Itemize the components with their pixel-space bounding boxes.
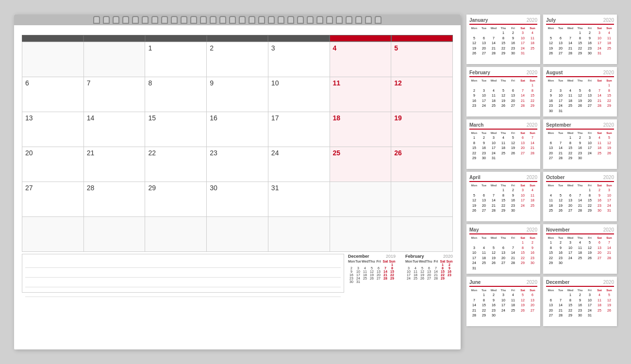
side-mini-december: December2020MonTueWedThuFriSatSun1234567… bbox=[543, 277, 617, 326]
cal-cell bbox=[84, 42, 146, 77]
side-panel: January2020MonTueWedThuFriSatSun12345678… bbox=[466, 15, 617, 326]
date-number: 20 bbox=[25, 149, 33, 157]
cal-cell: 21 bbox=[84, 147, 146, 182]
date-number: 10 bbox=[271, 79, 279, 87]
date-number: 2 bbox=[210, 44, 214, 52]
cal-cell: 27 bbox=[22, 182, 84, 217]
side-mini-july: July2020MonTueWedThuFriSatSun12345678910… bbox=[543, 15, 617, 64]
cal-cell: 14 bbox=[84, 112, 146, 147]
date-number: 14 bbox=[87, 114, 95, 122]
date-number: 21 bbox=[87, 149, 95, 157]
cal-cell: 29 bbox=[145, 182, 207, 217]
cal-cell bbox=[84, 217, 146, 252]
notes-box bbox=[22, 254, 344, 293]
cal-cell bbox=[391, 217, 453, 252]
cal-cell: 4 bbox=[330, 42, 392, 77]
cal-cell: 11 bbox=[330, 77, 392, 112]
date-number: 15 bbox=[148, 114, 156, 122]
date-number: 19 bbox=[394, 114, 402, 122]
cal-cell: 10 bbox=[268, 77, 330, 112]
date-number: 29 bbox=[148, 184, 156, 192]
date-number: 31 bbox=[271, 184, 279, 192]
cal-cell: 1 bbox=[145, 42, 207, 77]
side-mini-november: November2020MonTueWedThuFriSatSun1234567… bbox=[543, 224, 617, 274]
day-header-wed bbox=[145, 35, 207, 42]
side-mini-january: January2020MonTueWedThuFriSatSun12345678… bbox=[466, 15, 540, 64]
date-number: 17 bbox=[271, 114, 279, 122]
cal-cell: 19 bbox=[391, 112, 453, 147]
date-number: 5 bbox=[394, 44, 398, 52]
cal-cell: 7 bbox=[84, 77, 146, 112]
cal-cell: 20 bbox=[22, 147, 84, 182]
side-mini-february: February2020MonTueWedThuFriSatSun1234567… bbox=[466, 67, 540, 116]
date-number: 1 bbox=[148, 44, 152, 52]
date-number: 25 bbox=[333, 149, 341, 157]
cal-cell: 12 bbox=[391, 77, 453, 112]
side-mini-may: May2020MonTueWedThuFriSatSun123456789101… bbox=[466, 224, 540, 274]
cal-cell: 24 bbox=[268, 147, 330, 182]
day-header-sun bbox=[391, 35, 453, 42]
cal-cell: 16 bbox=[207, 112, 268, 147]
cal-cell bbox=[268, 217, 330, 252]
date-number: 3 bbox=[271, 44, 275, 52]
date-number: 30 bbox=[210, 184, 217, 192]
cal-cell bbox=[330, 182, 392, 217]
cal-cell bbox=[330, 217, 392, 252]
cal-cell: 25 bbox=[330, 147, 392, 182]
bottom-area: December2019MonTueWedThuFriSatSun1234567… bbox=[22, 254, 453, 293]
date-number: 26 bbox=[394, 149, 402, 157]
cal-cell bbox=[207, 217, 268, 252]
cal-cell: 5 bbox=[391, 42, 453, 77]
date-number: 12 bbox=[394, 79, 402, 87]
day-header-thu bbox=[207, 35, 268, 42]
outer-wrapper: 1234567891011121314151617181920212223242… bbox=[4, 5, 627, 359]
side-mini-march: March2020MonTueWedThuFriSatSun1234567891… bbox=[466, 119, 540, 169]
date-number: 23 bbox=[210, 149, 217, 157]
side-mini-june: June2020MonTueWedThuFriSatSun12345678910… bbox=[466, 277, 540, 326]
cal-cell: 15 bbox=[145, 112, 207, 147]
cal-cell: 26 bbox=[391, 147, 453, 182]
date-number: 4 bbox=[333, 44, 337, 52]
cal-cell: 13 bbox=[22, 112, 84, 147]
cal-cell: 2 bbox=[207, 42, 268, 77]
date-number: 9 bbox=[210, 79, 214, 87]
day-headers bbox=[22, 35, 453, 42]
date-number: 24 bbox=[271, 149, 279, 157]
cal-cell: 6 bbox=[22, 77, 84, 112]
date-number: 8 bbox=[148, 79, 152, 87]
cal-cell bbox=[145, 217, 207, 252]
cal-cell: 17 bbox=[268, 112, 330, 147]
cal-cell: 3 bbox=[268, 42, 330, 77]
date-number: 11 bbox=[333, 79, 341, 87]
main-calendar: 1234567891011121314151617181920212223242… bbox=[14, 15, 461, 349]
calendar-grid: 1234567891011121314151617181920212223242… bbox=[22, 42, 453, 252]
calendar-header bbox=[14, 25, 461, 35]
date-number: 13 bbox=[25, 114, 33, 122]
cal-cell bbox=[22, 42, 84, 77]
cal-cell: 8 bbox=[145, 77, 207, 112]
cal-cell: 30 bbox=[207, 182, 268, 217]
day-header-fri bbox=[268, 35, 330, 42]
cal-cell bbox=[391, 182, 453, 217]
side-mini-april: April2020MonTueWedThuFriSatSun1234567891… bbox=[466, 172, 540, 221]
side-mini-august: August2020MonTueWedThuFriSatSun123456789… bbox=[543, 67, 617, 116]
cal-cell: 28 bbox=[84, 182, 146, 217]
cal-cell: 18 bbox=[330, 112, 392, 147]
day-header-tue bbox=[83, 35, 145, 42]
mini-cal-december: December2019MonTueWedThuFriSatSun1234567… bbox=[348, 254, 396, 283]
date-number: 18 bbox=[333, 114, 341, 122]
spiral-binding bbox=[14, 15, 461, 25]
side-mini-october: October2020MonTueWedThuFriSatSun12345678… bbox=[543, 172, 617, 221]
cal-cell: 23 bbox=[207, 147, 268, 182]
mini-cal-february: February2020MonTueWedThuFriSatSun1234567… bbox=[405, 254, 453, 283]
cal-cell bbox=[22, 217, 84, 252]
cal-cell: 9 bbox=[207, 77, 268, 112]
day-header-sat bbox=[330, 35, 391, 42]
side-mini-september: September2020MonTueWedThuFriSatSun123456… bbox=[543, 119, 617, 169]
cal-cell: 31 bbox=[268, 182, 330, 217]
cal-cell: 22 bbox=[145, 147, 207, 182]
day-header-mon bbox=[22, 35, 83, 42]
date-number: 22 bbox=[148, 149, 156, 157]
date-number: 28 bbox=[87, 184, 95, 192]
date-number: 7 bbox=[87, 79, 91, 87]
